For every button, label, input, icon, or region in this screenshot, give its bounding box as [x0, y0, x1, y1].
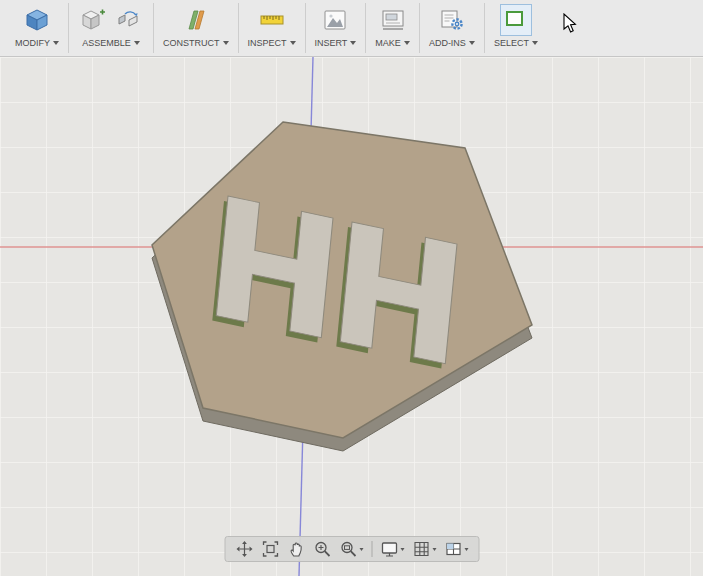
measure-ruler-icon[interactable] — [257, 5, 287, 35]
toolbar-panel-construct[interactable]: CONSTRUCT — [154, 0, 238, 56]
pan-icon[interactable] — [235, 540, 253, 558]
assemble-icon-row — [78, 3, 144, 37]
inspect-label: INSPECT — [248, 38, 287, 48]
toolbar-panel-addins[interactable]: ADD-INS — [420, 0, 484, 56]
inspect-icon-row — [257, 3, 287, 37]
chevron-down-icon — [432, 548, 436, 551]
make-output-icon[interactable] — [378, 5, 408, 35]
chevron-down-icon — [53, 41, 59, 45]
scene-canvas — [0, 57, 703, 576]
make-label: MAKE — [375, 38, 401, 48]
modify-label-row: MODIFY — [15, 38, 59, 48]
scripts-gear-icon[interactable] — [437, 5, 467, 35]
select-marquee-icon[interactable] — [501, 5, 531, 35]
construction-plane-icon[interactable] — [181, 5, 211, 35]
inspect-label-row: INSPECT — [248, 38, 296, 48]
toolbar-panel-insert[interactable]: INSERT — [306, 0, 366, 56]
display-settings-icon[interactable] — [380, 540, 404, 558]
assemble-label-row: ASSEMBLE — [82, 38, 140, 48]
insert-icon-row — [320, 3, 350, 37]
addins-icon-row — [437, 3, 467, 37]
chevron-down-icon — [350, 41, 356, 45]
press-pull-icon[interactable] — [22, 5, 52, 35]
insert-label: INSERT — [315, 38, 348, 48]
fit-icon[interactable] — [261, 540, 279, 558]
chevron-down-icon — [464, 548, 468, 551]
modify-icon-row — [22, 3, 52, 37]
addins-label: ADD-INS — [429, 38, 466, 48]
toolbar-panel-assemble[interactable]: ASSEMBLE — [69, 0, 153, 56]
chevron-down-icon — [290, 41, 296, 45]
grid-settings-icon[interactable] — [412, 540, 436, 558]
toolbar-panel-make[interactable]: MAKE — [366, 0, 419, 56]
chevron-down-icon — [359, 548, 363, 551]
joint-icon[interactable] — [114, 5, 144, 35]
make-label-row: MAKE — [375, 38, 410, 48]
addins-label-row: ADD-INS — [429, 38, 475, 48]
chevron-down-icon — [223, 41, 229, 45]
zoom-window-icon[interactable] — [339, 540, 363, 558]
chevron-down-icon — [404, 41, 410, 45]
assemble-label: ASSEMBLE — [82, 38, 131, 48]
insert-label-row: INSERT — [315, 38, 357, 48]
toolbar-panel-select[interactable]: SELECT — [485, 0, 547, 56]
construct-icon-row — [181, 3, 211, 37]
modify-label: MODIFY — [15, 38, 50, 48]
chevron-down-icon — [400, 548, 404, 551]
make-icon-row — [378, 3, 408, 37]
toolbar-panel-inspect[interactable]: INSPECT — [239, 0, 305, 56]
orbit-hand-icon[interactable] — [287, 540, 305, 558]
select-icon-row — [501, 3, 531, 37]
construct-label-row: CONSTRUCT — [163, 38, 229, 48]
select-label-row: SELECT — [494, 38, 538, 48]
chevron-down-icon — [469, 41, 475, 45]
chevron-down-icon — [134, 41, 140, 45]
fusion-window: MODIFY — [0, 0, 703, 576]
select-label: SELECT — [494, 38, 529, 48]
insert-image-icon[interactable] — [320, 5, 350, 35]
viewports-icon[interactable] — [444, 540, 468, 558]
navigation-bar — [224, 536, 479, 562]
navbar-divider — [371, 541, 372, 557]
zoom-icon[interactable] — [313, 540, 331, 558]
toolbar-panel-modify[interactable]: MODIFY — [6, 0, 68, 56]
new-component-icon[interactable] — [78, 5, 108, 35]
toolbar: MODIFY — [0, 0, 703, 57]
chevron-down-icon — [532, 41, 538, 45]
viewport-3d[interactable] — [0, 57, 703, 576]
construct-label: CONSTRUCT — [163, 38, 220, 48]
